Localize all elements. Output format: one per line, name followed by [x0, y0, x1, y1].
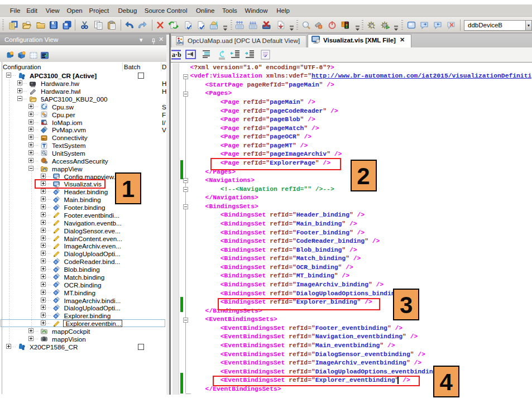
svg-text:OPC: OPC [177, 41, 184, 45]
svg-text:a·b: a·b [172, 51, 181, 59]
